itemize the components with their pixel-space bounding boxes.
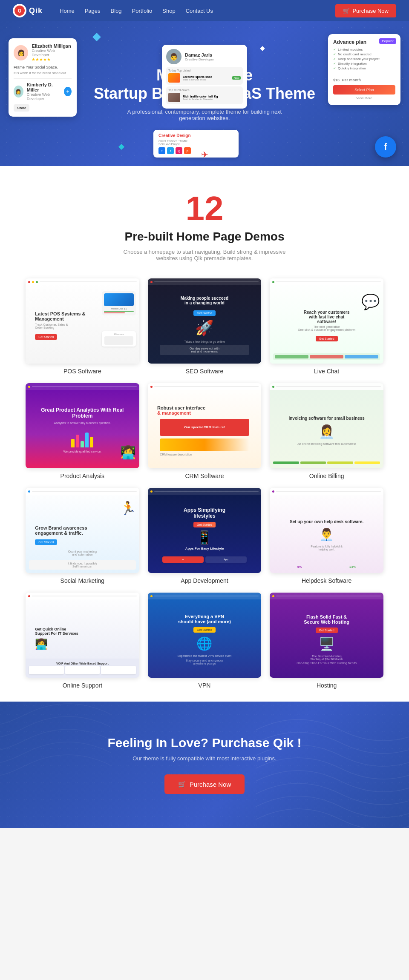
product-entry: Creative sports shoe That is service sho…	[168, 73, 241, 83]
seo-cta[interactable]: Get Started	[193, 310, 216, 316]
help-icon: 👨‍💼	[290, 527, 363, 542]
nav-shop[interactable]: Shop	[162, 8, 175, 14]
nav-pages[interactable]: Pages	[85, 8, 101, 14]
user1-info: Elizabeth Milligan Creative Web Develope…	[32, 43, 72, 62]
demo-live[interactable]: Reach your customerswith fast live chats…	[270, 278, 383, 375]
hero-pricing-card: Popular Advance plan ✓Limited modules ✓N…	[328, 34, 400, 105]
pos-card: Martin Due 11	[102, 291, 136, 315]
demo-billing[interactable]: Invoicing software for small business 👩‍…	[270, 383, 383, 479]
crm-nav-line	[154, 386, 259, 387]
nav-blog[interactable]: Blog	[111, 8, 122, 14]
demo-product[interactable]: Great Product Analytics With Real Proble…	[26, 383, 139, 479]
select-plan-button[interactable]: Select Plan	[333, 85, 395, 95]
hero-card-user1: 👩 Elizabeth Milligan Creative Web Develo…	[14, 43, 72, 62]
demo-link[interactable]: View More	[333, 96, 395, 100]
pos-bar2	[104, 312, 125, 313]
thumb-product-inner: Great Product Analytics With Real Proble…	[26, 383, 139, 468]
crm-title: Robust user interface& management	[157, 405, 252, 415]
hosting-cta[interactable]: Get Started	[316, 628, 338, 633]
demo-pos[interactable]: Latest POS Systems &Management Track Cus…	[26, 278, 139, 375]
product-nav-line	[32, 386, 137, 387]
nav-contact[interactable]: Contact Us	[186, 8, 213, 14]
facebook-icon: f	[158, 147, 165, 154]
demo-help-label: Helpdesk Software	[270, 577, 383, 584]
profile-name: Damaz Jaris	[185, 52, 214, 57]
thumb-hosting-inner: Flash Solid Fast &Secure Web Hosting Get…	[270, 593, 383, 678]
demo-social-label: Social Marketing	[26, 577, 139, 584]
demo-pos-label: POS Software	[26, 368, 139, 375]
demos-count: 12	[26, 192, 383, 226]
facebook-circle-button[interactable]: f	[375, 136, 396, 158]
vpn-cta[interactable]: Get Started	[193, 627, 216, 633]
support-nav-line	[32, 596, 137, 596]
feature-1: ✓Limited modules	[333, 48, 395, 52]
product-bottom: We provide qualified service.	[63, 450, 101, 453]
demo-help[interactable]: Set up your own help desk software. 👨‍💼 …	[270, 488, 383, 584]
nav-home[interactable]: Home	[60, 8, 75, 14]
demo-crm[interactable]: Robust user interface& management Our sp…	[148, 383, 262, 479]
product-info: Creative sports shoe That is service sho…	[183, 75, 212, 81]
demo-support[interactable]: Get Quick OnlineSupport For IT Services …	[26, 593, 139, 689]
hero-center-card: 👨 Damaz Jaris Creative Developer Today T…	[162, 45, 247, 109]
demo-support-thumbnail: Get Quick OnlineSupport For IT Services …	[26, 593, 139, 678]
logo-text: Qik	[29, 6, 43, 15]
purchase-button[interactable]: 🛒 Purchase Now	[335, 4, 396, 17]
twitter-icon: t	[167, 147, 174, 154]
demo-seo[interactable]: Making people succeedin a changing world…	[148, 278, 262, 375]
demo-billing-thumbnail: Invoicing software for small business 👩‍…	[270, 383, 383, 468]
hosting-dot	[272, 595, 274, 597]
pos-stats-label: 4% stats	[104, 333, 133, 335]
support-title: Get Quick OnlineSupport For IT Services	[35, 627, 130, 636]
card-desc: It is worth it for the brand stand out	[14, 71, 72, 75]
nav-dot-1	[28, 281, 30, 283]
vpn-bottom: Stay secure and anonymousanywhere you go	[186, 659, 224, 665]
cake-entry: Rich truffle cake- half Kg Avai. in Avai…	[168, 93, 241, 102]
share-button[interactable]: Share	[14, 104, 29, 112]
live-cta[interactable]: Get Started	[316, 336, 338, 341]
user1-role: Creative Web Developer	[32, 49, 72, 57]
demo-social[interactable]: Grow Brand awarenessengagement & traffic…	[26, 488, 139, 584]
seo-card: Our day serve out withreal and more year…	[160, 345, 249, 355]
vpn-icon: 🌐	[196, 636, 212, 651]
product-content: Great Product Analytics With Real Proble…	[30, 407, 135, 428]
cake-section: Top rated cakes Rich truffle cake- half …	[166, 86, 243, 104]
logo[interactable]: Q Qik	[13, 4, 43, 17]
product-title: Great Product Analytics With Real Proble…	[33, 407, 132, 419]
app-title: Apps Simplifyinglifestyles	[184, 507, 225, 519]
mini-nav-product	[26, 383, 139, 390]
demo-seo-label: SEO Software	[148, 368, 262, 375]
cake-name: Rich truffle cake- half Kg	[183, 95, 218, 98]
product-sub: Analytics to answer any business questio…	[33, 421, 132, 424]
chart-bar-2	[76, 435, 79, 447]
app-cta[interactable]: Get Started	[193, 522, 216, 527]
demo-hosting[interactable]: Flash Solid Fast &Secure Web Hosting Get…	[270, 593, 383, 689]
billing-stats	[273, 461, 380, 464]
demo-vpn-thumbnail: Everything a VPNshould have (and more) G…	[148, 593, 262, 678]
chart-bar-5	[90, 437, 93, 447]
demos-desc: Choose a homepage to start navigating, B…	[115, 249, 294, 261]
cta-cart-icon: 🛒	[178, 780, 186, 788]
demo-product-label: Product Analysis	[26, 473, 139, 479]
nav-portfolio[interactable]: Portfolio	[132, 8, 153, 14]
thumb-pos-inner: Latest POS Systems &Management Track Cus…	[26, 278, 139, 364]
live-nav-line	[276, 281, 381, 282]
app-dot	[150, 490, 153, 493]
cta-purchase-button[interactable]: 🛒 Purchase Now	[164, 774, 245, 794]
demo-app-label: App Development	[148, 577, 262, 584]
demo-vpn-label: VPN	[148, 682, 262, 689]
creative-design-sub: Client Fawner : Traffic	[158, 140, 233, 143]
mini-nav-hosting	[270, 593, 383, 599]
product-desc: That is service show	[183, 78, 212, 81]
help-stat-1: 4%	[297, 565, 302, 569]
pos-cta[interactable]: Get Started	[35, 334, 57, 340]
product-chart	[71, 430, 93, 447]
support-item-3	[101, 666, 136, 674]
demo-app[interactable]: Apps Simplifyinglifestyles Get Started 📱…	[148, 488, 262, 584]
demo-vpn[interactable]: Everything a VPNshould have (and more) G…	[148, 593, 262, 689]
social-cta[interactable]: Get Started	[35, 539, 57, 545]
pos-sub: Track Customer, Sales &Order Booking	[35, 323, 130, 329]
social-dot	[28, 490, 30, 493]
chart-bar-4	[85, 433, 89, 447]
thumb-billing-inner: Invoicing software for small business 👩‍…	[270, 383, 383, 468]
cake-info: Rich truffle cake- half Kg Avai. in Avai…	[183, 95, 218, 100]
